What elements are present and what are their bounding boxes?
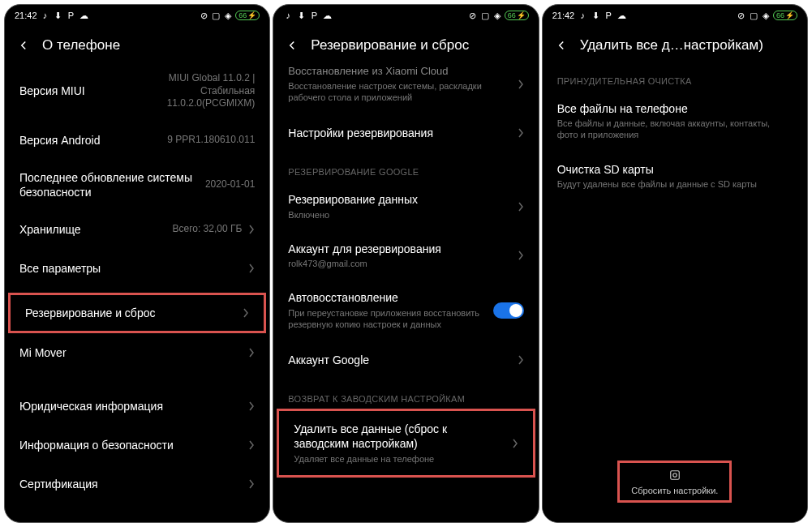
- row-autorestore[interactable]: Автовосстановление При переустановке при…: [273, 280, 538, 341]
- sub: Удаляет все данные на телефоне: [294, 453, 498, 465]
- row-erase-all-data[interactable]: Удалить все данные (сброс к заводским на…: [277, 409, 535, 478]
- wifi-icon: ◈: [223, 11, 233, 20]
- sub: Включено: [288, 209, 504, 221]
- phone-screen-3: 21:42 ♪ ⬇ P ☁ ⊘ ▢ ◈ 66⚡ Удалить все д…на…: [542, 4, 808, 523]
- value: MIUI Global 11.0.2 | Стабильная 11.0.2.0…: [141, 72, 255, 110]
- row-security-info[interactable]: Информация о безопасности: [5, 426, 269, 465]
- row-security-update[interactable]: Последнее обновление системы безопасност…: [5, 160, 269, 210]
- row-android-version[interactable]: Версия Android 9 PPR1.180610.011: [5, 121, 269, 160]
- status-bar: ♪ ⬇ P ☁ ⊘ ▢ ◈ 66⚡: [273, 5, 538, 26]
- chevron-right-icon: [248, 440, 255, 450]
- sub: Все файлы и данные, включая аккаунты, ко…: [557, 118, 786, 141]
- cloud-icon: ☁: [322, 11, 332, 20]
- status-time: 21:42: [552, 11, 575, 20]
- content-area: Восстановление из Xiaomi Cloud Восстанов…: [273, 62, 538, 522]
- row-sd-card[interactable]: Очистка SD карты Будут удалены все файлы…: [543, 152, 807, 200]
- label: Очистка SD карты: [557, 162, 786, 177]
- reset-settings-button[interactable]: Сбросить настройки.: [617, 461, 732, 503]
- reset-icon: [668, 468, 682, 482]
- back-icon[interactable]: [16, 38, 31, 53]
- label: Сертификация: [19, 477, 235, 491]
- tiktok-icon: ♪: [283, 11, 293, 20]
- tiktok-icon: ♪: [578, 11, 587, 20]
- reset-button-label: Сбросить настройки.: [631, 486, 718, 495]
- dnd-icon: ⊘: [468, 11, 478, 20]
- phone-screen-2: ♪ ⬇ P ☁ ⊘ ▢ ◈ 66⚡ Резервирование и сброс…: [273, 4, 539, 523]
- download-icon: ⬇: [591, 11, 600, 20]
- toggle-switch-on[interactable]: [493, 302, 524, 319]
- back-icon[interactable]: [285, 38, 299, 53]
- row-backup-settings[interactable]: Настройки резервирования: [273, 114, 538, 152]
- label: Резервирование и сброс: [25, 306, 230, 320]
- row-data-backup[interactable]: Резервирование данных Включено: [273, 182, 538, 230]
- p-icon: P: [309, 11, 319, 20]
- value: Всего: 32,00 ГБ: [172, 223, 242, 236]
- row-mi-mover[interactable]: Mi Mover: [5, 333, 269, 372]
- label: Версия Android: [19, 133, 161, 148]
- row-storage[interactable]: Хранилище Всего: 32,00 ГБ: [5, 210, 269, 249]
- page-title: Резервирование и сброс: [311, 37, 469, 54]
- label: Резервирование данных: [288, 192, 504, 207]
- screen-header: Резервирование и сброс: [273, 26, 538, 62]
- svg-point-1: [673, 473, 677, 478]
- p-icon: P: [604, 11, 613, 20]
- dnd-icon: ⊘: [737, 11, 746, 20]
- content-area: Версия MIUI MIUI Global 11.0.2 | Стабиль…: [5, 62, 269, 522]
- battery-indicator: 66⚡: [505, 11, 529, 20]
- row-backup-reset[interactable]: Резервирование и сброс: [8, 293, 266, 333]
- label: Все файлы на телефоне: [557, 101, 786, 116]
- label: Хранилище: [19, 222, 165, 237]
- wifi-icon: ◈: [761, 11, 771, 20]
- label: Аккаунт для резервирования: [288, 242, 504, 256]
- label: Восстановление из Xiaomi Cloud: [288, 65, 504, 79]
- dnd-icon: ⊘: [199, 11, 208, 20]
- row-backup-account[interactable]: Аккаунт для резервирования rolk473@gmail…: [273, 231, 538, 280]
- cloud-icon: ☁: [617, 11, 626, 20]
- row-legal-info[interactable]: Юридическая информация: [5, 387, 269, 426]
- sub: Восстановление настроек системы, расклад…: [288, 80, 504, 104]
- row-certification[interactable]: Сертификация: [5, 465, 269, 503]
- label: Версия MIUI: [19, 84, 135, 98]
- label: Автовосстановление: [288, 290, 486, 305]
- page-title: Удалить все д…настройкам): [580, 37, 763, 54]
- value: 2020-01-01: [205, 178, 255, 191]
- chevron-right-icon: [512, 439, 518, 448]
- sub: При переустановке приложения восстановит…: [288, 307, 486, 331]
- label: Удалить все данные (сброс к заводским на…: [294, 422, 498, 451]
- svg-rect-0: [671, 471, 680, 480]
- download-icon: ⬇: [296, 11, 306, 20]
- battery-indicator: 66⚡: [773, 11, 797, 20]
- status-bar: 21:42 ♪ ⬇ P ☁ ⊘ ▢ ◈ 66⚡: [5, 5, 269, 26]
- chevron-right-icon: [518, 202, 524, 212]
- row-all-files[interactable]: Все файлы на телефоне Все файлы и данные…: [543, 91, 807, 152]
- row-all-params[interactable]: Все параметры: [5, 249, 269, 288]
- tiktok-icon: ♪: [41, 11, 50, 20]
- section-google-backup: РЕЗЕРВИРОВАНИЕ GOOGLE: [273, 152, 538, 182]
- phone-screen-1: 21:42 ♪ ⬇ P ☁ ⊘ ▢ ◈ 66⚡ О телефоне Верси…: [4, 4, 270, 523]
- wifi-icon: ◈: [492, 11, 502, 20]
- p-icon: P: [67, 11, 76, 20]
- value: 9 PPR1.180610.011: [167, 134, 255, 147]
- sub: Будут удалены все файлы и данные с SD ка…: [557, 178, 786, 190]
- back-icon[interactable]: [554, 38, 569, 53]
- chevron-right-icon: [248, 225, 255, 234]
- row-xiaomi-cloud-restore[interactable]: Восстановление из Xiaomi Cloud Восстанов…: [273, 62, 538, 114]
- label: Mi Mover: [19, 345, 235, 360]
- bottom-button-area: Сбросить настройки.: [543, 449, 807, 522]
- chevron-right-icon: [243, 308, 249, 318]
- screen-header: Удалить все д…настройкам): [543, 26, 807, 62]
- label: Настройки резервирования: [288, 126, 504, 140]
- chevron-right-icon: [248, 348, 255, 358]
- status-time: 21:42: [15, 11, 37, 20]
- page-title: О телефоне: [42, 37, 120, 54]
- status-bar: 21:42 ♪ ⬇ P ☁ ⊘ ▢ ◈ 66⚡: [543, 5, 807, 26]
- row-google-account[interactable]: Аккаунт Google: [273, 341, 538, 379]
- chevron-right-icon: [518, 251, 524, 260]
- screen-header: О телефоне: [5, 26, 269, 62]
- chevron-right-icon: [518, 79, 524, 89]
- row-miui-version[interactable]: Версия MIUI MIUI Global 11.0.2 | Стабиль…: [5, 62, 269, 121]
- label: Юридическая информация: [19, 399, 235, 413]
- sim-icon: ▢: [211, 11, 221, 20]
- content-area: ПРИНУДИТЕЛЬНАЯ ОЧИСТКА Все файлы на теле…: [543, 62, 807, 522]
- label: Последнее обновление системы безопасност…: [19, 170, 199, 199]
